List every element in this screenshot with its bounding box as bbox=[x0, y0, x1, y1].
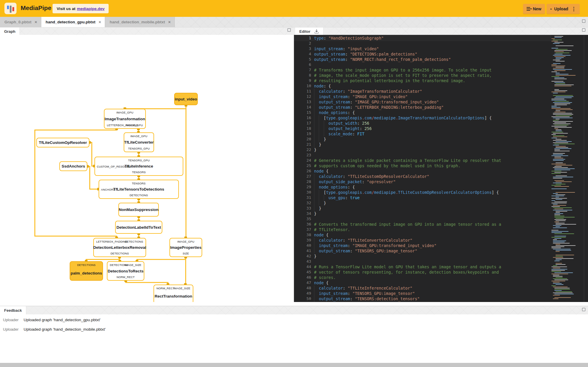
download-icon[interactable] bbox=[314, 29, 319, 34]
minimap-line bbox=[551, 269, 567, 269]
minimap-line bbox=[551, 171, 561, 171]
file-tab-hand_detection_gpu.pbtxt[interactable]: hand_detection_gpu.pbtxt✕ bbox=[41, 17, 105, 27]
graph-node-NonMaxSuppression[interactable]: NonMaxSuppression bbox=[118, 203, 159, 217]
minimap-line bbox=[553, 283, 562, 284]
minimap-line bbox=[551, 81, 564, 82]
maximize-icon-tabbar[interactable] bbox=[582, 20, 585, 23]
graph-node-ImageTransformation[interactable]: IMAGE_GPULETTERBOX_PADDINGIMAGE_GPUImage… bbox=[104, 109, 146, 129]
graph-node-palm_detections[interactable]: DETECTIONSpalm_detections bbox=[70, 261, 103, 281]
graph-node-RectTransformation[interactable]: NORM_RECTIMAGE_SIZERectTransformation bbox=[153, 285, 193, 302]
minimap-line bbox=[551, 185, 561, 186]
graph-node-DetectionLetterboxRemoval[interactable]: LETTERBOX_PADDINGDETECTIONSDETECTIONSDet… bbox=[93, 238, 146, 257]
port-label-letterbox_padding: LETTERBOX_PADDING bbox=[96, 240, 128, 243]
minimap-line bbox=[553, 63, 561, 64]
code-line-12: 12input_stream: "IMAGE_GPU:input_video" bbox=[294, 94, 551, 99]
feedback-header-strip: Feedback bbox=[0, 306, 588, 314]
code-line-4: 4output_stream: "DETECTIONS:palm_detecti… bbox=[294, 51, 551, 57]
minimap-line bbox=[554, 105, 567, 105]
code-line-26: 26node { bbox=[294, 168, 551, 174]
feedback-source: Uploader bbox=[3, 327, 21, 332]
port-label-tensors_gpu: TENSORS_GPU bbox=[128, 147, 150, 150]
editor-scrollbar[interactable] bbox=[584, 35, 584, 302]
code-line-42: 42} bbox=[294, 254, 551, 259]
tab-feedback[interactable]: Feedback bbox=[0, 306, 26, 315]
minimap-line bbox=[556, 115, 572, 116]
file-tab-hand_detection_mobile.pbtxt[interactable]: hand_detection_mobile.pbtxt✕ bbox=[105, 17, 175, 27]
minimap-line bbox=[553, 124, 571, 124]
code-lines[interactable]: 1type: "HandDetectionSubgraph"23input_st… bbox=[294, 35, 551, 302]
minimap-line bbox=[551, 99, 564, 99]
close-tab-icon[interactable]: ✕ bbox=[98, 20, 101, 24]
code-line-50: 50output_stream: "TENSORS:detection_tens… bbox=[294, 296, 551, 301]
logo-bar-gray bbox=[10, 6, 12, 13]
graph-node-input_video[interactable]: input_video bbox=[174, 93, 198, 105]
line-number: 41 bbox=[294, 248, 311, 254]
minimap-line bbox=[553, 118, 573, 118]
minimap-line bbox=[551, 108, 571, 109]
graph-node-TfLiteCustomOpResolver[interactable]: TfLiteCustomOpResolver bbox=[36, 138, 89, 147]
minimap-line bbox=[556, 284, 564, 285]
line-number: 14 bbox=[294, 105, 311, 110]
upload-button[interactable]: Upload ⋮ bbox=[547, 4, 580, 14]
upload-kebab-icon[interactable]: ⋮ bbox=[571, 6, 576, 12]
minimap-line bbox=[554, 186, 569, 187]
port-label-detections: DETECTIONS bbox=[110, 252, 129, 255]
maximize-icon-feedback[interactable] bbox=[582, 308, 585, 311]
line-number: 51 bbox=[294, 301, 311, 302]
code-line-25: 25# supports custom ops needed by the mo… bbox=[294, 163, 551, 168]
close-tab-icon[interactable]: ✕ bbox=[35, 20, 37, 24]
graph-node-ImageProperties[interactable]: IMAGE_GPUSIZEImageProperties bbox=[169, 238, 202, 257]
minimap-line bbox=[553, 167, 568, 168]
minimap-line bbox=[553, 121, 573, 122]
graph-node-TfLiteTensorsToDetections[interactable]: TENSORSDETECTIONSANCHORSTfLiteTensorsToD… bbox=[99, 180, 179, 199]
line-number: 12 bbox=[294, 94, 311, 99]
minimap-line bbox=[554, 54, 563, 54]
line-number: 10 bbox=[294, 83, 311, 89]
minimap-line bbox=[554, 238, 561, 239]
minimap-line bbox=[554, 215, 560, 215]
minimap-line bbox=[554, 280, 568, 280]
node-name: DetectionLabelIdToText bbox=[116, 225, 161, 230]
graph-node-TfLiteConverter[interactable]: IMAGE_GPUTENSORS_GPUTfLiteConverter bbox=[124, 132, 154, 152]
line-number: 8 bbox=[294, 73, 311, 78]
minimap-line bbox=[556, 61, 565, 61]
code-line-5: 5output_stream: "NORM_RECT:hand_rect_fro… bbox=[294, 57, 551, 62]
minimap-line bbox=[554, 168, 575, 169]
graph-edge bbox=[125, 105, 186, 109]
graph-node-DetectionsToRects[interactable]: DETECTIONSIMAGE_SIZENORM_RECTDetectionsT… bbox=[107, 261, 144, 281]
minimap-line bbox=[553, 295, 560, 295]
file-tab-Graph_0.pbtxt[interactable]: Graph_0.pbtxt✕ bbox=[0, 17, 41, 27]
feedback-row: UploaderUploaded graph 'hand_detection_g… bbox=[0, 316, 588, 324]
minimap-line bbox=[554, 125, 569, 125]
editor-minimap[interactable] bbox=[551, 35, 575, 302]
minimap-line bbox=[553, 268, 560, 268]
minimap-line bbox=[553, 154, 563, 155]
graph-node-DetectionLabelIdToText[interactable]: DetectionLabelIdToText bbox=[115, 221, 162, 234]
line-number: 1 bbox=[294, 35, 311, 41]
maximize-icon-editor[interactable] bbox=[582, 28, 585, 32]
maximize-icon-graph[interactable] bbox=[288, 28, 291, 32]
minimap-line bbox=[554, 288, 570, 288]
close-tab-icon[interactable]: ✕ bbox=[168, 20, 171, 24]
graph-node-TfLiteInference[interactable]: TENSORS_GPUTENSORSCUSTOM_OP_RESOLVERTfLi… bbox=[94, 157, 183, 176]
minimap-line bbox=[554, 180, 564, 181]
minimap-line bbox=[553, 177, 573, 177]
graph-node-SsdAnchors[interactable]: SsdAnchors bbox=[59, 161, 87, 171]
new-button[interactable]: New bbox=[523, 4, 545, 14]
code-line-3: 3input_stream: "input_video" bbox=[294, 46, 551, 51]
panel-header-strip: Graph Editor bbox=[0, 27, 588, 35]
graph-canvas[interactable]: input_videoIMAGE_GPULETTERBOX_PADDINGIMA… bbox=[0, 35, 294, 302]
minimap-line bbox=[554, 151, 570, 151]
line-number: 3 bbox=[294, 46, 311, 51]
minimap-line bbox=[553, 282, 560, 282]
code-line-47: 47node { bbox=[294, 280, 551, 285]
code-editor[interactable]: 1type: "HandDetectionSubgraph"23input_st… bbox=[294, 35, 588, 302]
tab-graph[interactable]: Graph bbox=[0, 27, 20, 35]
mediapipe-dev-link[interactable]: mediapipe.dev bbox=[77, 7, 105, 11]
line-number: 35 bbox=[294, 216, 311, 222]
minimap-line bbox=[553, 93, 558, 93]
line-number: 7 bbox=[294, 67, 311, 73]
minimap-line bbox=[556, 264, 566, 265]
tab-editor[interactable]: Editor bbox=[295, 27, 324, 35]
minimap-line bbox=[554, 127, 572, 128]
